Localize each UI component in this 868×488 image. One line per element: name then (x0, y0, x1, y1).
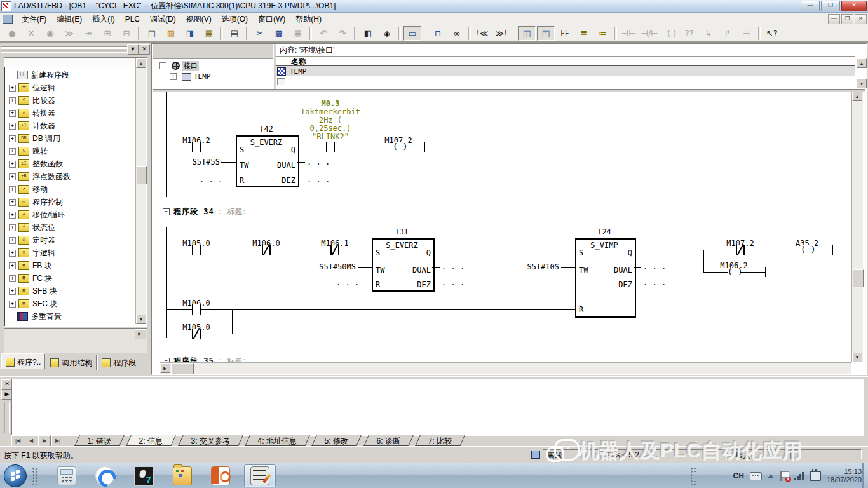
no-contact[interactable] (192, 304, 201, 315)
keyboard-icon[interactable] (750, 472, 762, 480)
scrollbar-thumb[interactable] (853, 269, 864, 287)
catalog-item-program-control[interactable]: +▭程序控制 (6, 196, 147, 208)
table-row[interactable]: TEMP (276, 66, 855, 77)
symbol-toggle-icon[interactable]: ▭ (403, 26, 421, 41)
taskbar-item-calculator[interactable] (51, 464, 83, 487)
close-button[interactable]: ✕ (841, 1, 867, 11)
scrollbar-thumb[interactable] (171, 363, 194, 374)
tab-last-icon[interactable]: ▶| (51, 435, 64, 447)
collapse-icon[interactable]: − (159, 62, 166, 69)
network-signal-icon[interactable] (794, 471, 804, 480)
output-tab-3[interactable]: 3: 交叉参考 (178, 435, 243, 446)
expand-icon[interactable]: + (170, 73, 177, 80)
sidebar-tab-3[interactable]: 程序段 (97, 355, 140, 370)
output-tab-5[interactable]: 5: 修改 (312, 435, 362, 446)
expand-icon[interactable]: + (9, 212, 16, 219)
download-icon[interactable]: ◈ (378, 26, 396, 41)
action-center-flag-icon[interactable]: ✕ (780, 471, 789, 481)
child-minimize-button[interactable]: — (828, 14, 840, 24)
output-message-area[interactable] (11, 379, 864, 436)
scroll-up-icon[interactable]: ▲ (852, 92, 862, 101)
clock[interactable]: 15:13 18/07/2020 (827, 468, 862, 484)
menu-item[interactable]: 编辑(E) (51, 13, 87, 25)
menu-item[interactable]: 调试(D) (145, 13, 181, 25)
table-row-empty[interactable] (276, 76, 855, 86)
catalog-item-sfb-blocks[interactable]: +▤SFB 块 (6, 285, 147, 297)
program-elements-icon[interactable]: ≣ (575, 26, 593, 41)
collapse-icon[interactable]: − (163, 358, 170, 362)
pane-toggle-button[interactable]: ⇤ (135, 329, 146, 339)
expand-icon[interactable]: + (9, 288, 16, 295)
scroll-down-icon[interactable]: ▼ (852, 353, 862, 362)
scroll-up-icon[interactable]: ▲ (136, 58, 146, 68)
open-icon[interactable]: ▨ (162, 26, 180, 41)
menu-item[interactable]: 帮助(H) (290, 13, 327, 25)
timer-block-t24[interactable]: S_VIMP S Q TW DUAL DEZ R (575, 238, 636, 318)
expand-icon[interactable]: + (9, 97, 16, 104)
expand-icon[interactable]: + (9, 123, 16, 130)
network-header[interactable]: − 程序段 35 : 标题: (163, 356, 247, 362)
catalog-item-integer-fn[interactable]: +±I整数函数 (6, 158, 147, 170)
open-online-icon[interactable]: ◨ (181, 26, 199, 41)
power-icon[interactable] (810, 471, 821, 481)
combo-dropdown-icon[interactable]: ▼ (127, 44, 139, 55)
tab-next-icon[interactable]: ▶ (38, 435, 51, 447)
child-restore-button[interactable]: ❐ (841, 14, 853, 24)
taskbar-item-browser[interactable] (89, 464, 121, 487)
catalog-item-shift-rotate[interactable]: +⇄移位/循环 (6, 208, 147, 221)
expand-icon[interactable]: + (9, 85, 16, 92)
catalog-item-float-fn[interactable]: +±R浮点数函数 (6, 170, 147, 183)
copy-icon[interactable]: ▩ (270, 26, 288, 41)
split-view-icon[interactable]: ◫ (518, 26, 536, 41)
child-close-button[interactable]: ✕ (855, 14, 867, 24)
hidden-icons-arrow[interactable] (768, 474, 774, 478)
catalog-close-icon[interactable]: ✕ (139, 44, 150, 55)
expand-icon[interactable]: + (9, 135, 16, 142)
catalog-item-jump[interactable]: +↳跳转 (6, 145, 147, 158)
taskbar-item-powerpoint[interactable] (205, 464, 236, 487)
expand-icon[interactable]: + (9, 224, 16, 231)
name-column-header[interactable]: 名称 (276, 57, 855, 66)
taskbar-item-simatic-manager[interactable] (166, 464, 198, 487)
call-structure-icon[interactable]: ≔ (594, 26, 612, 41)
output-grip[interactable] (4, 402, 10, 433)
cut-icon[interactable]: ✂ (251, 26, 269, 41)
expand-icon[interactable]: + (9, 275, 16, 282)
catalog-item-comparator[interactable]: +<比较器 (6, 94, 147, 107)
catalog-item-timer[interactable]: +◷定时器 (6, 234, 147, 247)
menu-item[interactable]: 选项(O) (217, 13, 253, 25)
prev-error-icon[interactable]: !≪ (473, 26, 491, 41)
nc-contact[interactable] (262, 245, 271, 255)
menu-item[interactable]: 插入(I) (87, 13, 119, 25)
expand-icon[interactable]: + (9, 173, 16, 180)
expand-icon[interactable]: + (9, 161, 16, 168)
nc-contact[interactable] (736, 245, 745, 255)
scrollbar-thumb[interactable] (137, 166, 147, 184)
tab-first-icon[interactable]: |◀ (11, 435, 24, 447)
collapse-icon[interactable]: − (163, 208, 170, 215)
help-cursor-icon[interactable]: ↖? (763, 26, 781, 41)
minimize-button[interactable]: — (801, 1, 820, 11)
monitor-glasses-icon[interactable]: ∞ (448, 26, 466, 41)
ladder-vscrollbar[interactable]: ▲ ▼ (851, 92, 863, 362)
expand-icon[interactable]: + (9, 250, 16, 257)
output-tab-7[interactable]: 7: 比较 (415, 435, 465, 446)
expand-icon[interactable]: + (9, 199, 16, 206)
catalog-item-move[interactable]: +↗移动 (6, 183, 147, 196)
catalog-item-word-logic[interactable]: +≡字逻辑 (6, 247, 147, 259)
language-indicator[interactable]: CH (733, 471, 744, 480)
scroll-right-icon[interactable]: ▶ (160, 363, 170, 373)
ladder-canvas[interactable]: M106.2 S_EVERZ S Q TW DUAL R DEZ T42 S5T… (160, 92, 850, 362)
timer-block-t31[interactable]: S_EVERZ S Q TW DUAL R DEZ (372, 238, 435, 292)
expand-icon[interactable]: + (9, 237, 16, 244)
interface-label[interactable]: 接口 (182, 61, 199, 71)
sidebar-tab-2[interactable]: 调用结构 (46, 355, 97, 370)
interface-node[interactable]: − 接口 (156, 61, 199, 71)
expand-icon[interactable]: + (9, 301, 16, 308)
catalog-item-db-call[interactable]: +DBDB 调用 (6, 132, 147, 145)
next-error-icon[interactable]: ≫! (492, 26, 510, 41)
output-tab-1[interactable]: 1: 错误 (74, 435, 125, 446)
decl-scroll-up-icon[interactable]: ▲ (857, 58, 867, 68)
expand-icon[interactable]: + (9, 262, 16, 269)
catalog-combo-field[interactable] (1, 46, 127, 53)
